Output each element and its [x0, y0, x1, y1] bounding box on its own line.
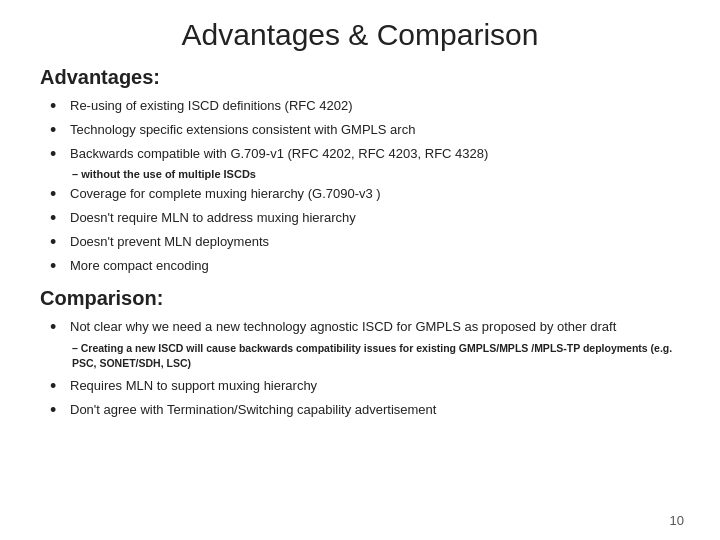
bullet-dot: • — [50, 377, 66, 397]
bullet-dot: • — [50, 97, 66, 117]
advantages-heading: Advantages: — [40, 66, 680, 89]
list-item: • Doesn't prevent MLN deployments — [50, 233, 680, 253]
comparison-sub-note: – Creating a new ISCD will cause backwar… — [72, 341, 680, 370]
bullet-dot: • — [50, 209, 66, 229]
list-item: • Technology specific extensions consist… — [50, 121, 680, 141]
main-title: Advantages & Comparison — [40, 18, 680, 52]
list-item: • Doesn't require MLN to address muxing … — [50, 209, 680, 229]
advantages-list-1: • Re-using of existing ISCD definitions … — [50, 97, 680, 164]
bullet-dot: • — [50, 145, 66, 165]
sub-note-1: – without the use of multiple ISCDs — [72, 168, 680, 180]
page-number: 10 — [670, 513, 684, 528]
advantages-list-2: • Coverage for complete muxing hierarchy… — [50, 185, 680, 276]
item-text: Doesn't prevent MLN deployments — [70, 233, 269, 251]
list-item: • Don't agree with Termination/Switching… — [50, 401, 680, 421]
item-text: Doesn't require MLN to address muxing hi… — [70, 209, 356, 227]
bullet-dot: • — [50, 121, 66, 141]
list-item: • Requires MLN to support muxing hierarc… — [50, 377, 680, 397]
list-item: • More compact encoding — [50, 257, 680, 277]
item-text: Not clear why we need a new technology a… — [70, 318, 616, 336]
item-text: Requires MLN to support muxing hierarchy — [70, 377, 317, 395]
bullet-dot: • — [50, 233, 66, 253]
item-text: Coverage for complete muxing hierarchy (… — [70, 185, 381, 203]
bullet-dot: • — [50, 401, 66, 421]
list-item: • Re-using of existing ISCD definitions … — [50, 97, 680, 117]
bullet-dot: • — [50, 257, 66, 277]
item-text: More compact encoding — [70, 257, 209, 275]
item-text: Backwards compatible with G.709-v1 (RFC … — [70, 145, 488, 163]
comparison-list-1: • Not clear why we need a new technology… — [50, 318, 680, 338]
item-text: Re-using of existing ISCD definitions (R… — [70, 97, 353, 115]
item-text: Don't agree with Termination/Switching c… — [70, 401, 436, 419]
item-text: Technology specific extensions consisten… — [70, 121, 415, 139]
list-item: • Coverage for complete muxing hierarchy… — [50, 185, 680, 205]
slide-page: Advantages & Comparison Advantages: • Re… — [0, 0, 720, 540]
list-item: • Not clear why we need a new technology… — [50, 318, 680, 338]
comparison-heading: Comparison: — [40, 287, 680, 310]
bullet-dot: • — [50, 318, 66, 338]
comparison-list-2: • Requires MLN to support muxing hierarc… — [50, 377, 680, 421]
list-item: • Backwards compatible with G.709-v1 (RF… — [50, 145, 680, 165]
bullet-dot: • — [50, 185, 66, 205]
